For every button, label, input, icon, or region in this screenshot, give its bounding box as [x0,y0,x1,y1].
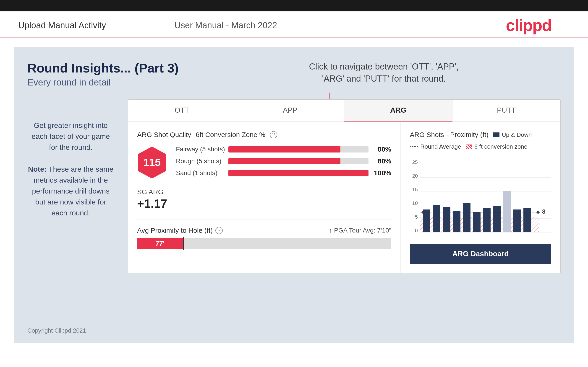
svg-text:0: 0 [415,228,418,234]
legend-convzone: 6 ft conversion zone [466,143,527,150]
bar-fairway: Fairway (5 shots) 80% [176,145,391,153]
section-title: Round Insights... (Part 3) [27,61,561,75]
svg-rect-34 [523,208,531,232]
bar-pct-fairway: 80% [373,145,391,153]
svg-text:10: 10 [412,200,418,206]
svg-text:8: 8 [542,208,545,215]
section-header: ARG Shot Quality 6ft Conversion Zone % ? [137,131,391,139]
shot-quality-label: ARG Shot Quality [137,131,191,139]
tab-ott[interactable]: OTT [128,100,236,122]
svg-rect-27 [453,211,460,232]
bar-sand: Sand (1 shots) 100% [176,169,391,177]
header: Upload Manual Activity User Manual - Mar… [0,11,588,38]
proximity-section: Avg Proximity to Hole (ft) ? ↑ PGA Tour … [137,219,391,249]
panel-body: ARG Shot Quality 6ft Conversion Zone % ?… [128,122,560,273]
legend-convzone-hatch [466,144,472,149]
bar-pct-sand: 100% [373,169,391,177]
footer-copyright: Copyright Clippd 2021 [27,327,86,334]
bar-label-sand: Sand (1 shots) [176,169,228,177]
sg-label: SG ARG [137,188,391,196]
legend-roundavg-label: Round Average [420,143,461,150]
bar-fill-rough [228,158,340,164]
svg-rect-33 [513,209,521,232]
main-content: Round Insights... (Part 3) Every round i… [14,47,574,343]
sg-value: +1.17 [137,197,391,210]
proximity-help-icon[interactable]: ? [215,227,223,234]
svg-text:115: 115 [143,156,161,168]
svg-marker-20 [536,210,540,214]
chart-title: ARG Shots - Proximity (ft) [410,131,489,139]
legend-roundavg-dash [410,146,418,147]
svg-text:25: 25 [412,159,418,165]
tabs-row: OTT APP ARG PUTT [128,100,560,122]
bar-track-fairway [228,146,369,152]
legend-updown: Up & Down [493,131,532,138]
pga-avg: ↑ PGA Tour Avg: 7'10" [329,227,391,234]
proximity-bar-fill: 77' [137,238,183,249]
proximity-cursor [183,237,184,250]
legend-updown-label: Up & Down [502,131,532,138]
proximity-header: Avg Proximity to Hole (ft) ? ↑ PGA Tour … [137,226,391,234]
quality-bars: Fairway (5 shots) 80% Rough (5 shots) [176,145,391,181]
hex-container: 115 Fairway (5 shots) 80% [137,145,391,181]
legend-updown-box [493,133,500,137]
proximity-label: Avg Proximity to Hole (ft) [137,226,213,234]
proximity-value: 77' [156,240,165,247]
svg-rect-30 [483,208,491,232]
top-bar [0,0,588,11]
svg-text:15: 15 [412,187,418,192]
tab-arg[interactable]: ARG [344,100,452,122]
svg-text:5: 5 [415,214,418,220]
bar-fill-fairway [228,146,340,152]
tab-app[interactable]: APP [236,100,344,122]
bar-rough: Rough (5 shots) 80% [176,157,391,165]
upload-manual-label: Upload Manual Activity [18,21,106,30]
svg-rect-28 [463,203,470,232]
right-section: ARG Shots - Proximity (ft) Up & Down Rou… [401,122,560,273]
svg-rect-24 [423,209,430,232]
section-heading: Round Insights... (Part 3) Every round i… [27,61,561,88]
svg-rect-25 [433,205,440,232]
chart-svg: 0 5 10 15 20 25 30 [410,155,556,237]
section-subtitle: Every round in detail [27,77,561,88]
conversion-zone-label: 6ft Conversion Zone % [196,131,265,139]
help-icon[interactable]: ? [270,131,277,138]
proximity-bar-track: 77' [137,238,391,249]
sg-section: SG ARG +1.17 [137,188,391,210]
user-manual-date: User Manual - March 2022 [174,21,277,30]
legend-convzone-label: 6 ft conversion zone [474,143,527,150]
bar-track-rough [228,158,369,164]
hexagon-score: 115 [137,145,167,181]
main-panel: OTT APP ARG PUTT ARG Shot Quality 6ft Co… [128,99,561,273]
svg-rect-31 [493,206,501,232]
bar-label-rough: Rough (5 shots) [176,158,228,165]
svg-rect-32 [503,191,511,232]
bar-fill-sand [228,170,369,176]
chart-header: ARG Shots - Proximity (ft) Up & Down Rou… [410,131,551,150]
svg-text:20: 20 [412,173,418,179]
nav-hint: Click to navigate between 'OTT', 'APP','… [309,61,459,85]
bar-track-sand [228,170,369,176]
svg-rect-26 [443,207,450,232]
legend-roundavg: Round Average [410,143,461,150]
left-section: ARG Shot Quality 6ft Conversion Zone % ?… [128,122,401,273]
svg-rect-29 [473,212,481,232]
tab-putt[interactable]: PUTT [452,100,560,122]
chart-area: 0 5 10 15 20 25 30 [410,155,551,237]
clippd-logo: clippd [506,16,552,34]
insight-note: Note: [28,165,47,173]
bar-pct-rough: 80% [373,157,391,165]
bar-label-fairway: Fairway (5 shots) [176,146,228,153]
arg-dashboard-button[interactable]: ARG Dashboard [410,244,551,264]
insight-text: Get greater insight into each facet of y… [27,120,114,218]
